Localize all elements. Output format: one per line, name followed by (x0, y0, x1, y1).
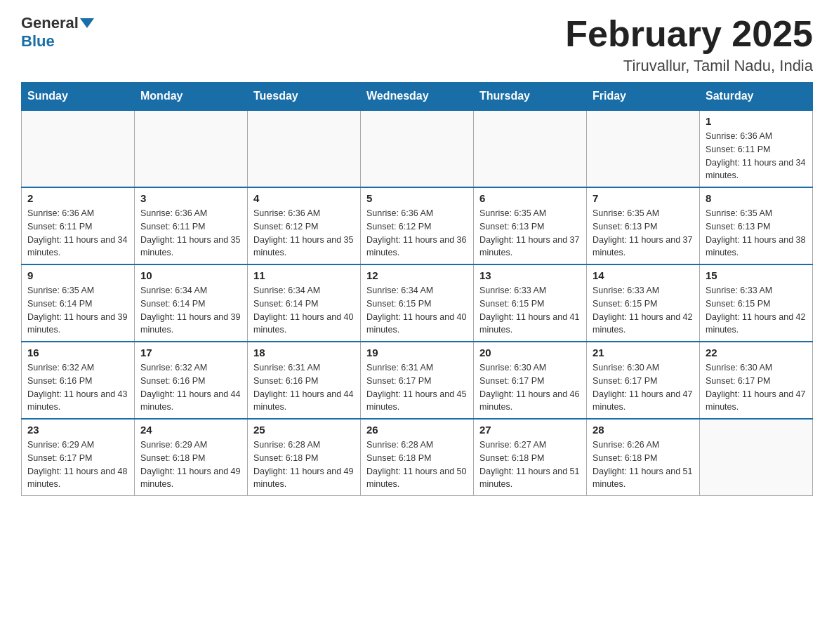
day-info: Sunrise: 6:36 AMSunset: 6:11 PMDaylight:… (140, 207, 241, 260)
calendar-cell: 7Sunrise: 6:35 AMSunset: 6:13 PMDaylight… (587, 187, 700, 264)
calendar-cell: 19Sunrise: 6:31 AMSunset: 6:17 PMDayligh… (361, 342, 474, 419)
day-number: 4 (253, 192, 355, 204)
day-info: Sunrise: 6:35 AMSunset: 6:13 PMDaylight:… (593, 207, 694, 260)
day-number: 15 (706, 269, 807, 281)
calendar-header-thursday: Thursday (474, 83, 587, 111)
day-info: Sunrise: 6:30 AMSunset: 6:17 PMDaylight:… (479, 361, 581, 414)
day-number: 8 (706, 192, 807, 204)
calendar-cell: 22Sunrise: 6:30 AMSunset: 6:17 PMDayligh… (700, 342, 813, 419)
day-info: Sunrise: 6:31 AMSunset: 6:17 PMDaylight:… (366, 361, 468, 414)
day-info: Sunrise: 6:28 AMSunset: 6:18 PMDaylight:… (366, 438, 468, 491)
logo-blue-text: Blue (21, 32, 55, 50)
day-info: Sunrise: 6:26 AMSunset: 6:18 PMDaylight:… (593, 438, 694, 491)
logo-general-text: General (21, 14, 79, 32)
day-info: Sunrise: 6:33 AMSunset: 6:15 PMDaylight:… (706, 284, 807, 337)
day-number: 24 (140, 424, 241, 436)
calendar-cell: 1Sunrise: 6:36 AMSunset: 6:11 PMDaylight… (700, 110, 813, 187)
calendar-week-row: 16Sunrise: 6:32 AMSunset: 6:16 PMDayligh… (22, 342, 813, 419)
calendar-cell: 23Sunrise: 6:29 AMSunset: 6:17 PMDayligh… (22, 419, 135, 496)
day-number: 9 (27, 269, 128, 281)
day-number: 13 (479, 269, 581, 281)
day-info: Sunrise: 6:30 AMSunset: 6:17 PMDaylight:… (706, 361, 807, 414)
calendar-cell (248, 110, 361, 187)
day-number: 16 (27, 347, 128, 358)
day-number: 7 (593, 192, 694, 204)
day-info: Sunrise: 6:34 AMSunset: 6:14 PMDaylight:… (253, 284, 355, 337)
calendar-table: SundayMondayTuesdayWednesdayThursdayFrid… (21, 82, 813, 496)
day-number: 18 (253, 347, 355, 358)
day-info: Sunrise: 6:31 AMSunset: 6:16 PMDaylight:… (253, 361, 355, 414)
day-number: 26 (366, 424, 468, 436)
calendar-cell: 21Sunrise: 6:30 AMSunset: 6:17 PMDayligh… (587, 342, 700, 419)
day-info: Sunrise: 6:36 AMSunset: 6:11 PMDaylight:… (706, 130, 807, 182)
day-info: Sunrise: 6:33 AMSunset: 6:15 PMDaylight:… (479, 284, 581, 337)
day-info: Sunrise: 6:30 AMSunset: 6:17 PMDaylight:… (593, 361, 694, 414)
calendar-cell: 8Sunrise: 6:35 AMSunset: 6:13 PMDaylight… (700, 187, 813, 264)
calendar-cell (361, 110, 474, 187)
day-number: 28 (593, 424, 694, 436)
calendar-week-row: 23Sunrise: 6:29 AMSunset: 6:17 PMDayligh… (22, 419, 813, 496)
calendar-cell: 12Sunrise: 6:34 AMSunset: 6:15 PMDayligh… (361, 264, 474, 342)
calendar-cell: 3Sunrise: 6:36 AMSunset: 6:11 PMDaylight… (135, 187, 248, 264)
calendar-cell: 10Sunrise: 6:34 AMSunset: 6:14 PMDayligh… (135, 264, 248, 342)
calendar-cell: 15Sunrise: 6:33 AMSunset: 6:15 PMDayligh… (700, 264, 813, 342)
calendar-header-wednesday: Wednesday (361, 83, 474, 111)
day-number: 17 (140, 347, 241, 358)
day-number: 23 (27, 424, 128, 436)
day-number: 1 (706, 115, 807, 127)
calendar-cell: 24Sunrise: 6:29 AMSunset: 6:18 PMDayligh… (135, 419, 248, 496)
calendar-week-row: 9Sunrise: 6:35 AMSunset: 6:14 PMDaylight… (22, 264, 813, 342)
month-title: February 2025 (565, 14, 813, 54)
day-info: Sunrise: 6:27 AMSunset: 6:18 PMDaylight:… (479, 438, 581, 491)
day-number: 10 (140, 269, 241, 281)
calendar-week-row: 1Sunrise: 6:36 AMSunset: 6:11 PMDaylight… (22, 110, 813, 187)
day-number: 12 (366, 269, 468, 281)
day-number: 27 (479, 424, 581, 436)
day-number: 21 (593, 347, 694, 358)
calendar-header-tuesday: Tuesday (248, 83, 361, 111)
day-info: Sunrise: 6:34 AMSunset: 6:14 PMDaylight:… (140, 284, 241, 337)
day-number: 25 (253, 424, 355, 436)
calendar-header-monday: Monday (135, 83, 248, 111)
calendar-header-row: SundayMondayTuesdayWednesdayThursdayFrid… (22, 83, 813, 111)
calendar-cell: 13Sunrise: 6:33 AMSunset: 6:15 PMDayligh… (474, 264, 587, 342)
calendar-cell: 18Sunrise: 6:31 AMSunset: 6:16 PMDayligh… (248, 342, 361, 419)
calendar-cell: 6Sunrise: 6:35 AMSunset: 6:13 PMDaylight… (474, 187, 587, 264)
location-title: Tiruvallur, Tamil Nadu, India (565, 57, 813, 75)
calendar-cell: 28Sunrise: 6:26 AMSunset: 6:18 PMDayligh… (587, 419, 700, 496)
day-number: 20 (479, 347, 581, 358)
calendar-cell (135, 110, 248, 187)
day-number: 3 (140, 192, 241, 204)
calendar-cell (22, 110, 135, 187)
calendar-cell: 17Sunrise: 6:32 AMSunset: 6:16 PMDayligh… (135, 342, 248, 419)
day-info: Sunrise: 6:28 AMSunset: 6:18 PMDaylight:… (253, 438, 355, 491)
day-number: 22 (706, 347, 807, 358)
day-info: Sunrise: 6:35 AMSunset: 6:13 PMDaylight:… (479, 207, 581, 260)
logo-arrow-icon (80, 18, 94, 28)
day-number: 14 (593, 269, 694, 281)
day-info: Sunrise: 6:35 AMSunset: 6:14 PMDaylight:… (27, 284, 128, 337)
day-number: 2 (27, 192, 128, 204)
day-info: Sunrise: 6:29 AMSunset: 6:18 PMDaylight:… (140, 438, 241, 491)
page-header: General Blue February 2025 Tiruvallur, T… (21, 14, 813, 75)
calendar-cell: 11Sunrise: 6:34 AMSunset: 6:14 PMDayligh… (248, 264, 361, 342)
calendar-cell: 9Sunrise: 6:35 AMSunset: 6:14 PMDaylight… (22, 264, 135, 342)
calendar-cell: 4Sunrise: 6:36 AMSunset: 6:12 PMDaylight… (248, 187, 361, 264)
calendar-cell (474, 110, 587, 187)
day-info: Sunrise: 6:36 AMSunset: 6:12 PMDaylight:… (253, 207, 355, 260)
calendar-cell: 14Sunrise: 6:33 AMSunset: 6:15 PMDayligh… (587, 264, 700, 342)
calendar-cell (587, 110, 700, 187)
calendar-header-saturday: Saturday (700, 83, 813, 111)
day-info: Sunrise: 6:36 AMSunset: 6:12 PMDaylight:… (366, 207, 468, 260)
calendar-cell: 16Sunrise: 6:32 AMSunset: 6:16 PMDayligh… (22, 342, 135, 419)
day-info: Sunrise: 6:33 AMSunset: 6:15 PMDaylight:… (593, 284, 694, 337)
calendar-header-sunday: Sunday (22, 83, 135, 111)
day-number: 5 (366, 192, 468, 204)
day-info: Sunrise: 6:34 AMSunset: 6:15 PMDaylight:… (366, 284, 468, 337)
day-number: 19 (366, 347, 468, 358)
calendar-week-row: 2Sunrise: 6:36 AMSunset: 6:11 PMDaylight… (22, 187, 813, 264)
calendar-cell: 27Sunrise: 6:27 AMSunset: 6:18 PMDayligh… (474, 419, 587, 496)
day-info: Sunrise: 6:35 AMSunset: 6:13 PMDaylight:… (706, 207, 807, 260)
title-block: February 2025 Tiruvallur, Tamil Nadu, In… (565, 14, 813, 75)
calendar-cell: 2Sunrise: 6:36 AMSunset: 6:11 PMDaylight… (22, 187, 135, 264)
